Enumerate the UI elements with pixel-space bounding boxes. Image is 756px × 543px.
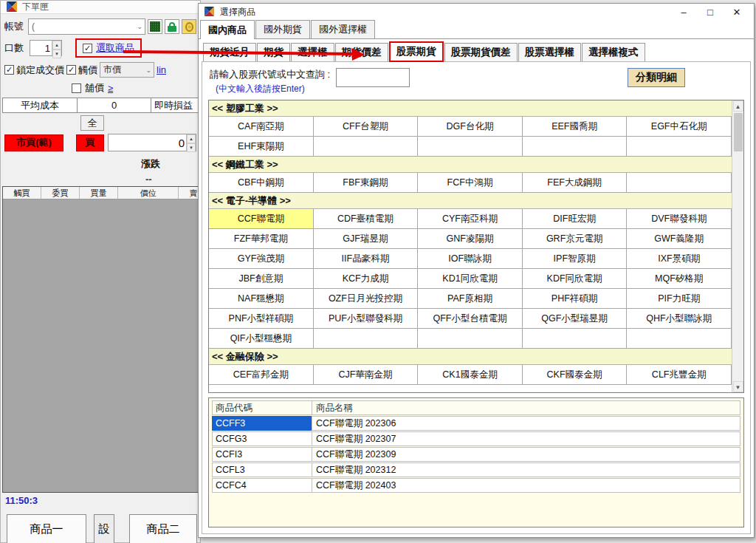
trigger-price-checkbox[interactable]: ✓ bbox=[66, 65, 76, 75]
product-cell-eef[interactable]: EEF國喬期 bbox=[523, 117, 628, 137]
close-button[interactable]: ✕ bbox=[726, 4, 748, 21]
product-cell-paf[interactable]: PAF原相期 bbox=[418, 289, 523, 309]
main-tab-foreign-futures[interactable]: 國外期貨 bbox=[255, 20, 310, 38]
product-cell-qif[interactable]: QIF小型穩懋期 bbox=[209, 329, 314, 349]
product-cell-ehf[interactable]: EHF東陽期 bbox=[209, 137, 314, 157]
product-cell-ckf[interactable]: CKF國泰金期 bbox=[523, 365, 628, 385]
product-cell-cdf[interactable]: CDF臺積電期 bbox=[314, 209, 419, 229]
product-cell-clf[interactable]: CLF兆豐金期 bbox=[627, 365, 732, 385]
product-cell-fcf[interactable]: FCF中鴻期 bbox=[418, 173, 523, 193]
certificate-button[interactable] bbox=[148, 19, 162, 34]
product-cell-caf[interactable]: CAF南亞期 bbox=[209, 117, 314, 137]
buy-button[interactable]: 買 bbox=[76, 134, 104, 151]
price-type-select[interactable]: 市價 ⌄ bbox=[100, 62, 154, 78]
product-cell-mqf[interactable]: MQF矽格期 bbox=[627, 269, 732, 289]
lock-price-checkbox[interactable]: ✓ bbox=[4, 65, 14, 75]
product-cell-naf[interactable]: NAF穩懋期 bbox=[209, 289, 314, 309]
sub-tab-options-combo[interactable]: 選擇權複式 bbox=[582, 43, 645, 61]
product-cell-ixf[interactable]: IXF景碩期 bbox=[627, 249, 732, 269]
product-cell-gwf[interactable]: GWF義隆期 bbox=[627, 229, 732, 249]
contract-row-ccfl3[interactable]: CCFL3CCF聯電期 202312 bbox=[212, 462, 740, 477]
main-tab-domestic[interactable]: 國內商品 bbox=[200, 20, 255, 39]
lin-link[interactable]: lin bbox=[157, 64, 166, 75]
product-cell-dif[interactable]: DIF旺宏期 bbox=[523, 209, 628, 229]
minimize-button[interactable]: – bbox=[673, 4, 695, 21]
product-cell-cff[interactable]: CFF台塑期 bbox=[314, 117, 419, 137]
main-tab-foreign-options[interactable]: 國外選擇權 bbox=[311, 20, 375, 38]
category-detail-button[interactable]: 分類明細 bbox=[628, 68, 685, 87]
sub-tab-stock-futures[interactable]: 股票期貨 bbox=[389, 41, 444, 62]
product-cell-iof[interactable]: IOF聯詠期 bbox=[418, 249, 523, 269]
sub-tab-stock-futures-spread[interactable]: 股票期貨價差 bbox=[444, 43, 518, 61]
market-buy-button[interactable]: 市買(範) bbox=[4, 134, 63, 151]
product-cell-egf[interactable]: EGF中石化期 bbox=[627, 117, 732, 137]
spread-link[interactable]: ≥ bbox=[108, 83, 113, 94]
product-cell-ipf[interactable]: IPF智原期 bbox=[523, 249, 628, 269]
product-cell-qff[interactable]: QFF小型台積電期 bbox=[418, 309, 523, 329]
product-cell-pif[interactable]: PIF力旺期 bbox=[627, 289, 732, 309]
product-cell-phf[interactable]: PHF祥碩期 bbox=[523, 289, 628, 309]
product-cell-gyf[interactable]: GYF強茂期 bbox=[209, 249, 314, 269]
select-product-checkbox[interactable]: ✓ bbox=[83, 44, 92, 53]
product-cell-kd1[interactable]: KD1同欣電期 bbox=[418, 269, 523, 289]
spin-down-icon[interactable]: ▼ bbox=[52, 49, 61, 58]
product-cell-pnf[interactable]: PNF小型祥碩期 bbox=[209, 309, 314, 329]
product-cell-cbf[interactable]: CBF中鋼期 bbox=[209, 173, 314, 193]
quote-table-body[interactable] bbox=[3, 199, 198, 492]
product-cell-jbf[interactable]: JBF創意期 bbox=[209, 269, 314, 289]
quantity-stepper[interactable]: 1 ▲▼ bbox=[30, 40, 62, 56]
scroll-down-icon[interactable]: ▼ bbox=[733, 381, 743, 392]
product-cell-qhf[interactable]: QHF小型聯詠期 bbox=[627, 309, 732, 329]
contract-row-ccff3[interactable]: CCFF3CCF聯電期 202306 bbox=[212, 416, 740, 431]
product-cell-qgf[interactable]: QGF小型瑞昱期 bbox=[523, 309, 628, 329]
product-cell-fbf[interactable]: FBF東鋼期 bbox=[314, 173, 419, 193]
product-cell-dvf[interactable]: DVF聯發科期 bbox=[627, 209, 732, 229]
product-cell-ccf[interactable]: CCF聯電期 bbox=[209, 209, 314, 229]
product-cell-cef[interactable]: CEF富邦金期 bbox=[209, 365, 314, 385]
search-input[interactable] bbox=[336, 68, 410, 87]
product-cell-dgf[interactable]: DGF台化期 bbox=[418, 117, 523, 137]
scroll-up-icon[interactable]: ▲ bbox=[733, 100, 743, 112]
select-product-label[interactable]: 選取商品 bbox=[96, 41, 134, 55]
product-cell-fef[interactable]: FEF大成鋼期 bbox=[523, 173, 628, 193]
sub-tab-options[interactable]: 選擇權 bbox=[291, 43, 334, 61]
price-spin-buttons[interactable]: ▲▼ bbox=[186, 134, 196, 151]
product-one-button[interactable]: 商品一 bbox=[7, 514, 86, 543]
product-cell-ozf[interactable]: OZF日月光投控期 bbox=[314, 289, 419, 309]
spin-up-icon[interactable]: ▲ bbox=[52, 41, 61, 49]
contract-row-ccfg3[interactable]: CCFG3CCF聯電期 202307 bbox=[212, 431, 740, 446]
grid-scrollbar[interactable]: ▲ ▼ bbox=[732, 100, 743, 392]
product-cell-puf[interactable]: PUF小型聯發科期 bbox=[314, 309, 419, 329]
spin-up-icon[interactable]: ▲ bbox=[187, 134, 196, 143]
account-select[interactable]: ( ⌄ bbox=[28, 18, 145, 35]
product-cell-kdf[interactable]: KDF同欣電期 bbox=[523, 269, 628, 289]
product-two-button[interactable]: 商品二 bbox=[129, 514, 197, 543]
contract-row-ccfc4[interactable]: CCFC4CCF聯電期 202403 bbox=[212, 478, 740, 493]
product-cell-cyf[interactable]: CYF南亞科期 bbox=[418, 209, 523, 229]
product-cell-gjf[interactable]: GJF瑞昱期 bbox=[314, 229, 419, 249]
sub-tab-futures-near-month[interactable]: 期貨近月 bbox=[203, 43, 256, 61]
product-cell-grf[interactable]: GRF京元電期 bbox=[523, 229, 628, 249]
product-cell-ck1[interactable]: CK1國泰金期 bbox=[418, 365, 523, 385]
product-cell-cjf[interactable]: CJF華南金期 bbox=[314, 365, 419, 385]
sub-tab-stock-options[interactable]: 股票選擇權 bbox=[518, 43, 582, 61]
product-cell-fzf[interactable]: FZF華邦電期 bbox=[209, 229, 314, 249]
contract-row-ccfi3[interactable]: CCFI3CCF聯電期 202309 bbox=[212, 447, 740, 462]
settings-button[interactable]: 設 bbox=[94, 514, 114, 543]
dialog-titlebar[interactable]: 選擇商品 – □ ✕ bbox=[199, 4, 754, 21]
scrollbar-thumb[interactable] bbox=[734, 113, 743, 151]
lock-button[interactable] bbox=[165, 19, 179, 34]
price-input[interactable]: 0 ▲▼ bbox=[108, 134, 196, 151]
grid-row: EHF東陽期 bbox=[209, 137, 732, 157]
product-cell-iif[interactable]: IIF晶豪科期 bbox=[314, 249, 419, 269]
maximize-button[interactable]: □ bbox=[699, 4, 721, 21]
spin-down-icon[interactable]: ▼ bbox=[187, 143, 196, 152]
all-button[interactable]: 全 bbox=[80, 115, 104, 131]
product-cell-kcf[interactable]: KCF力成期 bbox=[314, 269, 419, 289]
sub-tab-futures[interactable]: 期貨 bbox=[257, 43, 290, 61]
quantity-spin-buttons[interactable]: ▲▼ bbox=[52, 41, 61, 55]
fingerprint-button[interactable] bbox=[182, 19, 196, 34]
sub-tab-futures-spread[interactable]: 期貨價差 bbox=[335, 43, 388, 61]
spread-checkbox[interactable] bbox=[72, 83, 81, 93]
product-cell-gnf[interactable]: GNF凌陽期 bbox=[418, 229, 523, 249]
